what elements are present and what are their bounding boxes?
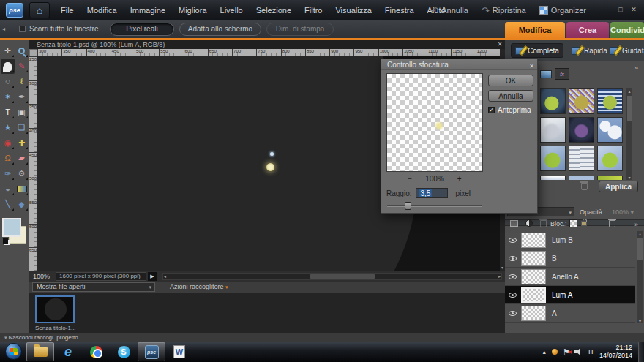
- slider-handle[interactable]: [405, 202, 411, 210]
- start-button[interactable]: [5, 343, 22, 360]
- blur-tool[interactable]: ◆: [15, 197, 29, 212]
- apple-effect-scanlines[interactable]: [597, 88, 623, 114]
- tray-expand-icon[interactable]: ▲: [542, 350, 547, 355]
- layer-thumbnail[interactable]: [521, 306, 546, 321]
- layer-thumbnail[interactable]: [521, 287, 546, 303]
- type-tool[interactable]: T: [1, 105, 15, 120]
- gradient-tool[interactable]: [15, 181, 29, 197]
- lock-transparency-icon[interactable]: [569, 219, 577, 227]
- layer-visibility-eye-icon[interactable]: [509, 311, 517, 316]
- taskbar-app-explorer[interactable]: [26, 342, 54, 361]
- filters-tab-icon[interactable]: [540, 70, 552, 78]
- volume-icon[interactable]: [574, 348, 583, 355]
- zoom-in-button[interactable]: +: [457, 175, 462, 183]
- blur-preview[interactable]: [386, 73, 483, 172]
- edit-mode-guidata[interactable]: Guidata: [606, 43, 644, 58]
- effects-scroll-thumb[interactable]: [627, 96, 632, 121]
- layer-visibility-eye-icon[interactable]: [509, 238, 517, 243]
- shape-tool[interactable]: ╲: [1, 197, 15, 212]
- taskbar-app-photoshop-elements[interactable]: pse: [138, 342, 165, 361]
- default-colors-icon[interactable]: [3, 238, 8, 244]
- zoom-level[interactable]: 100%: [31, 272, 54, 281]
- dialog-close-icon[interactable]: ✕: [529, 61, 534, 72]
- undo-button[interactable]: ↶ Annulla: [425, 5, 473, 16]
- fit-screen-button[interactable]: Adatta allo schermo: [179, 23, 261, 36]
- layer-visibility-eye-icon[interactable]: [509, 256, 517, 261]
- cancel-button[interactable]: Annulla: [488, 90, 533, 102]
- menu-item-migliora[interactable]: Migliora: [172, 0, 214, 20]
- effect-sliver[interactable]: [569, 176, 594, 180]
- dialog-title[interactable]: Controllo sfocatura ✕: [381, 59, 537, 70]
- taskbar-app-skype[interactable]: S: [110, 342, 138, 361]
- radius-input[interactable]: 3,5: [416, 188, 448, 198]
- edit-mode-rapida[interactable]: Rapida: [568, 43, 611, 58]
- effect-clouds-white[interactable]: [540, 117, 566, 143]
- show-open-files-dropdown[interactable]: Mostra file aperti ▾: [32, 282, 155, 292]
- home-button[interactable]: ⌂: [29, 2, 50, 18]
- brush-tool[interactable]: ✑: [1, 166, 15, 181]
- cookie-cutter-tool[interactable]: ★: [1, 120, 15, 135]
- tab-modifica[interactable]: Modifica: [505, 22, 565, 38]
- preview-checkbox-row[interactable]: ✓ Anteprima: [488, 106, 531, 114]
- horizontal-scroll-thumb[interactable]: [310, 274, 375, 279]
- tab-condividi[interactable]: Condividi: [610, 22, 644, 38]
- scroll-all-windows-checkbox[interactable]: [19, 26, 26, 32]
- apple-effect-dark-blue[interactable]: [540, 88, 566, 114]
- preview-checkbox[interactable]: ✓: [488, 107, 495, 113]
- menu-item-filtro[interactable]: Filtro: [298, 0, 329, 20]
- bin-actions-menu[interactable]: Azioni raccoglitore ▾: [170, 283, 228, 290]
- maximize-button[interactable]: □: [615, 5, 626, 15]
- menu-item-livello[interactable]: Livello: [214, 0, 250, 20]
- layer-row-anello-a[interactable]: Anello A: [505, 268, 635, 286]
- clone-stamp-tool[interactable]: Ω: [1, 151, 15, 166]
- healing-brush-tool[interactable]: ✚: [15, 135, 29, 151]
- scroll-down-icon[interactable]: ▾: [500, 265, 505, 271]
- layer-row-a[interactable]: A: [505, 304, 635, 323]
- magic-wand-tool[interactable]: ✶: [1, 89, 15, 105]
- trash-icon[interactable]: [609, 220, 615, 227]
- layer-row-lum-a[interactable]: Lum A: [505, 286, 635, 304]
- menu-item-visualizza[interactable]: Visualizza: [329, 0, 378, 20]
- effects-scrollbar[interactable]: ▴ ▾: [626, 88, 632, 180]
- action-center-flag-icon[interactable]: ⚑✕: [563, 347, 570, 356]
- adjustment-layer-icon[interactable]: [525, 219, 533, 227]
- menu-item-modifica[interactable]: Modifica: [80, 0, 124, 20]
- scroll-up-icon[interactable]: ▴: [626, 88, 632, 94]
- effect-cutout-blue[interactable]: [597, 117, 623, 143]
- apple-effect-pointillize[interactable]: [569, 88, 594, 114]
- taskbar-app-chrome[interactable]: [82, 342, 110, 361]
- new-layer-icon[interactable]: [510, 220, 518, 227]
- apple-effect-plain[interactable]: [540, 146, 566, 171]
- paint-bucket-tool[interactable]: ◒: [1, 181, 15, 197]
- lock-all-icon[interactable]: [581, 221, 587, 226]
- organizer-button[interactable]: Organizer: [534, 6, 591, 15]
- lasso-tool[interactable]: ℓ: [15, 74, 29, 89]
- layer-visibility-eye-icon[interactable]: [509, 293, 517, 298]
- document-tab[interactable]: Senza titolo-1.psd @ 100% (Lum A, RGB/8)…: [29, 40, 505, 49]
- scroll-down-icon[interactable]: ▾: [626, 175, 632, 180]
- layer-thumbnail[interactable]: [521, 269, 546, 284]
- quick-selection-tool[interactable]: ✒: [15, 89, 29, 105]
- effect-sliver[interactable]: [540, 176, 566, 180]
- red-eye-removal-tool[interactable]: ◉: [1, 135, 15, 151]
- move-tool[interactable]: ✛: [1, 43, 15, 59]
- eraser-tool[interactable]: ▰: [15, 151, 29, 166]
- layer-thumbnail[interactable]: [521, 251, 546, 266]
- open-file-thumbnail[interactable]: [35, 295, 75, 323]
- zoom-tool[interactable]: [15, 43, 29, 59]
- smart-brush-tool[interactable]: ⚙: [15, 166, 29, 181]
- crop-tool[interactable]: ▣: [15, 105, 29, 120]
- taskbar-clock[interactable]: 21:12 14/07/2014: [599, 344, 632, 360]
- apple-effect-glass-dark[interactable]: [569, 117, 594, 143]
- menu-item-file[interactable]: File: [54, 0, 80, 20]
- canvas-horizontal-scrollbar[interactable]: ◂ ▸: [162, 273, 502, 280]
- layer-thumbnail[interactable]: [521, 233, 546, 248]
- delete-effect-icon[interactable]: [581, 183, 588, 190]
- menu-item-selezione[interactable]: Selezione: [250, 0, 298, 20]
- redo-button[interactable]: ↷ Ripristina: [476, 5, 531, 16]
- apple-effect-plain-blue[interactable]: [597, 146, 623, 171]
- actual-pixels-button[interactable]: Pixel reali: [110, 23, 174, 36]
- effect-sliver[interactable]: [597, 176, 623, 180]
- elliptical-marquee-tool[interactable]: ◌: [1, 74, 15, 89]
- layer-row-b[interactable]: B: [505, 249, 635, 268]
